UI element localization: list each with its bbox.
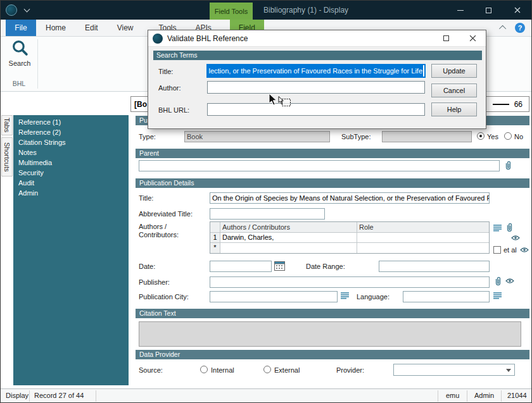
- role-cell[interactable]: [357, 243, 489, 253]
- attach-icon[interactable]: [504, 160, 512, 171]
- sidebar-item-security[interactable]: Security: [13, 168, 129, 178]
- authors-column-header: Authors / Contributors: [220, 222, 357, 233]
- chevron-down-icon[interactable]: [24, 6, 30, 12]
- status-host: emu: [446, 392, 459, 399]
- sidebar-item-multimedia[interactable]: Multimedia: [13, 158, 129, 168]
- record-number: 66: [514, 100, 522, 109]
- calendar-icon[interactable]: [274, 261, 285, 271]
- radio-internal[interactable]: [200, 366, 208, 373]
- dialog-bhl-url-input[interactable]: [207, 103, 425, 116]
- publication-city-field[interactable]: [210, 291, 338, 302]
- ribbon-group-label: BHL: [1, 80, 37, 87]
- minimize-button[interactable]: [446, 1, 474, 20]
- et-al-label: et al: [504, 246, 517, 254]
- sidebar-item-reference-2[interactable]: Reference (2): [13, 127, 129, 137]
- author-cell[interactable]: [220, 243, 357, 253]
- author-cell[interactable]: Darwin, Charles,: [220, 233, 357, 243]
- status-separator: [96, 390, 96, 402]
- side-tab-tabs[interactable]: Tabs: [1, 115, 13, 135]
- titlebar: Field Tools Bibliography (1) - Display: [1, 1, 531, 20]
- radio-external[interactable]: [263, 366, 271, 373]
- record-bar-line: [493, 104, 509, 105]
- maximize-icon: [443, 35, 449, 41]
- row-number-cell: *: [210, 243, 220, 253]
- date-range-label: Date Range:: [306, 263, 345, 270]
- publisher-label: Publisher:: [139, 278, 170, 286]
- selected-text: lection, or the Preservation of Favoured…: [208, 65, 423, 77]
- sidebar-item-citation-strings[interactable]: Citation Strings: [13, 137, 129, 147]
- collapse-ribbon-icon[interactable]: [499, 25, 506, 32]
- subtype-label: SubType:: [341, 133, 370, 140]
- eye-icon[interactable]: [505, 278, 514, 284]
- attach-icon[interactable]: [505, 222, 514, 233]
- authors-row-number-header: [210, 222, 220, 233]
- parent-field[interactable]: [139, 160, 500, 171]
- help-button[interactable]: Help: [431, 102, 477, 116]
- search-button[interactable]: Search: [4, 39, 35, 77]
- section-header-parent: Parent: [136, 149, 529, 158]
- provider-label: Provider:: [336, 366, 364, 374]
- close-button[interactable]: [503, 1, 531, 20]
- update-button[interactable]: Update: [431, 64, 477, 78]
- status-separator: [438, 390, 438, 402]
- table-row[interactable]: 1 Darwin, Charles,: [210, 233, 489, 243]
- abbreviated-title-label: Abbreviated Title:: [139, 210, 193, 218]
- window-title: Bibliography (1) - Display: [263, 1, 348, 20]
- side-tab-shortcuts[interactable]: Shortcuts: [1, 137, 13, 177]
- et-al-checkbox[interactable]: [493, 246, 501, 254]
- radio-no[interactable]: [504, 132, 512, 140]
- emu-logo-icon[interactable]: [6, 4, 17, 16]
- dialog-title-label: Title:: [158, 68, 173, 75]
- section-header-data-provider: Data Provider: [136, 350, 529, 359]
- date-field[interactable]: [210, 261, 272, 272]
- dialog-close-button[interactable]: [459, 30, 486, 46]
- role-cell[interactable]: [357, 233, 489, 243]
- sidebar-item-reference-1[interactable]: Reference (1): [13, 117, 129, 127]
- help-icon[interactable]: ?: [515, 23, 525, 33]
- dialog-title: Validate BHL Reference: [167, 34, 248, 43]
- dialog-author-input[interactable]: [207, 81, 425, 94]
- dialog-title-input[interactable]: lection, or the Preservation of Favoured…: [207, 65, 425, 77]
- eye-icon[interactable]: [511, 235, 520, 241]
- tab-edit[interactable]: Edit: [75, 20, 108, 36]
- sidebar-item-audit[interactable]: Audit: [13, 178, 129, 188]
- maximize-button[interactable]: [474, 1, 503, 20]
- edit-list-icon[interactable]: [341, 292, 349, 299]
- edit-list-icon[interactable]: [493, 292, 502, 299]
- sidebar-item-admin[interactable]: Admin: [13, 188, 129, 198]
- dialog-maximize-button[interactable]: [433, 30, 459, 46]
- radio-yes-label: Yes: [487, 133, 498, 140]
- type-label: Type:: [139, 133, 156, 140]
- publisher-field[interactable]: [210, 276, 490, 288]
- tab-home[interactable]: Home: [36, 20, 75, 36]
- status-mode: Display: [6, 392, 28, 399]
- table-row[interactable]: *: [210, 243, 489, 253]
- cancel-button[interactable]: Cancel: [431, 84, 477, 97]
- dialog-bhl-url-label: BHL URL:: [158, 106, 189, 114]
- provider-dropdown[interactable]: [393, 364, 515, 376]
- radio-external-label: External: [274, 366, 300, 374]
- tab-view[interactable]: View: [108, 20, 143, 36]
- maximize-icon: [486, 8, 491, 13]
- attach-icon[interactable]: [493, 276, 502, 287]
- title-field[interactable]: On the Origin of Species by Means of Nat…: [210, 192, 490, 204]
- emu-logo-icon: [153, 34, 163, 44]
- date-label: Date:: [139, 263, 155, 270]
- date-range-field[interactable]: [379, 261, 490, 272]
- tab-file[interactable]: File: [6, 20, 36, 36]
- ribbon-group-separator: [37, 39, 38, 89]
- language-field[interactable]: [403, 291, 490, 302]
- close-icon: [514, 7, 521, 13]
- app-window: Field Tools Bibliography (1) - Display F…: [0, 0, 532, 403]
- eye-icon[interactable]: [520, 247, 529, 253]
- radio-yes[interactable]: [477, 132, 484, 140]
- sidebar-item-notes[interactable]: Notes: [13, 147, 129, 158]
- minimize-icon: [457, 10, 464, 11]
- status-separator: [501, 390, 502, 402]
- close-icon: [469, 35, 476, 42]
- edit-list-icon[interactable]: [493, 224, 502, 232]
- contextual-tab-group-header: Field Tools: [210, 3, 253, 20]
- validate-bhl-reference-dialog: Validate BHL Reference Search Terms Titl…: [148, 30, 486, 129]
- publication-city-label: Publication City:: [139, 293, 189, 301]
- abbreviated-title-field[interactable]: [210, 208, 325, 220]
